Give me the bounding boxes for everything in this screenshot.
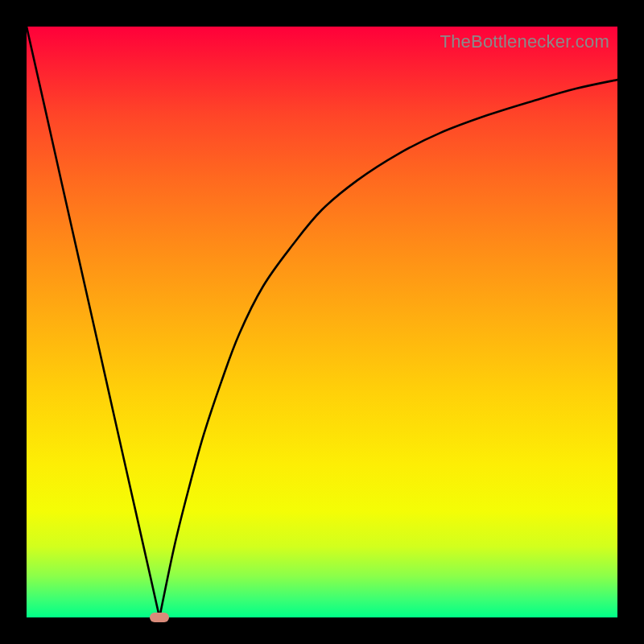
bottleneck-curve: [27, 27, 617, 617]
chart-frame: TheBottlenecker.com: [0, 0, 644, 644]
plot-area: TheBottlenecker.com: [27, 27, 617, 617]
minimum-marker: [150, 613, 169, 622]
curve-path: [27, 27, 617, 617]
